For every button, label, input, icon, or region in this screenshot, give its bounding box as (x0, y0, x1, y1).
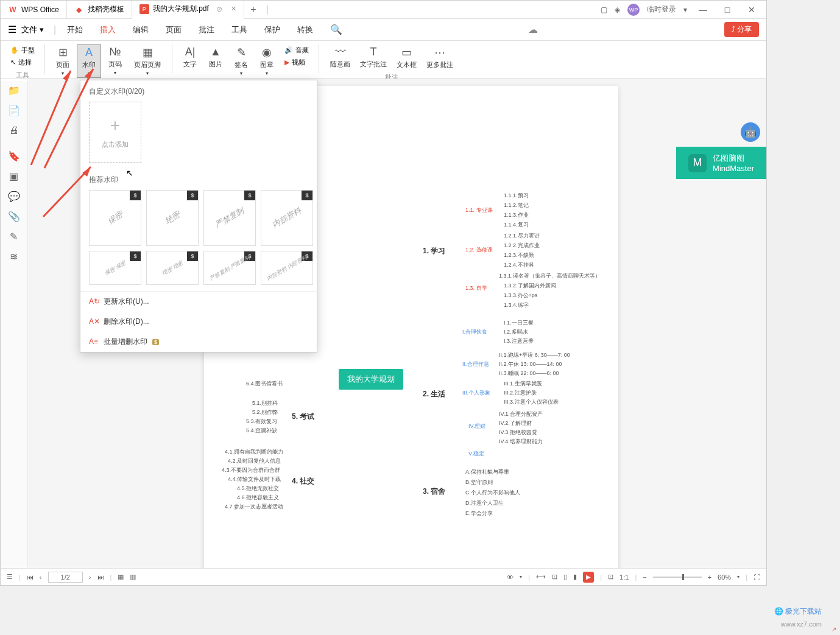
bookmark-icon[interactable]: 🔖 (8, 150, 20, 162)
tab-templates[interactable]: ◆ 找稻壳模板 (67, 1, 132, 19)
pagenum-button[interactable]: №页码▾ (104, 44, 127, 77)
select-tool[interactable]: ↖选择 (7, 57, 38, 68)
user-avatar[interactable]: WP (627, 4, 640, 16)
batch-watermark-action[interactable]: A≡批量增删水印 $ (80, 332, 317, 352)
zoom-out-button[interactable]: − (643, 574, 646, 581)
mm-leaf: I.3.注意营养 (499, 335, 538, 347)
hand-icon: ✋ (10, 46, 19, 54)
menu-page[interactable]: 页面 (160, 22, 188, 38)
text-annot-icon: T (370, 46, 377, 58)
header-footer-button[interactable]: ▦页眉页脚▾ (129, 44, 166, 77)
dropdown-icon[interactable]: ▾ (683, 5, 687, 14)
mm-leaf: 5.4.查漏补缺 (241, 425, 282, 437)
app-tab[interactable]: W WPS Office (1, 1, 67, 19)
maximize-button[interactable]: □ (719, 5, 736, 15)
premium-badge-icon: $ (130, 191, 141, 200)
stamp-icon: ◉ (262, 46, 272, 59)
image-button[interactable]: ▲图片 (204, 44, 227, 70)
thumbnail-icon[interactable]: ▣ (9, 170, 18, 182)
wps-logo-icon: W (8, 5, 18, 15)
zoom-value[interactable]: 60% (718, 574, 731, 581)
cloud-icon[interactable]: ☁ (528, 24, 538, 35)
video-button[interactable]: ▶视频 (281, 57, 312, 68)
presentation-button[interactable]: ▶ (583, 572, 594, 583)
delete-watermark-action[interactable]: A✕删除水印(D)... (80, 312, 317, 332)
audio-button[interactable]: 🔊音频 (281, 44, 312, 56)
arrow-icon: ↖ (10, 58, 16, 66)
view-split-icon[interactable]: ▥ (130, 573, 136, 581)
menu-insert[interactable]: 插入 (94, 22, 122, 38)
zoom-slider[interactable] (653, 577, 702, 578)
notebook-icon[interactable]: ▢ (601, 5, 607, 14)
close-button[interactable]: ✕ (743, 5, 760, 15)
watermark-button[interactable]: A水印▾ (77, 44, 101, 78)
delete-icon: A✕ (89, 317, 99, 327)
layers-icon[interactable]: ≋ (10, 251, 18, 262)
search-icon[interactable]: 🔍 (330, 24, 342, 35)
mm-leaf: 1.1. 专业课 (461, 205, 498, 216)
last-page-button[interactable]: ⏭ (97, 574, 104, 581)
watermark-preset[interactable]: $严禁复制 严禁复制 (203, 251, 256, 285)
watermark-preset[interactable]: $保密 (89, 190, 141, 246)
sign-button[interactable]: ✎签名▾ (230, 44, 253, 77)
prev-page-button[interactable]: ‹ (40, 574, 42, 581)
floating-assistant-button[interactable]: 🤖 (741, 122, 760, 142)
watermark-preset[interactable]: $内部资料 内部资料 (261, 251, 313, 285)
cube-icon[interactable]: ◈ (615, 5, 620, 14)
single-page-icon[interactable]: ▯ (563, 573, 567, 581)
print-icon[interactable]: 🖨 (9, 125, 19, 136)
close-tab-icon[interactable]: ✕ (231, 5, 236, 13)
pin-icon[interactable]: ⊘ (216, 5, 222, 13)
textbox-button[interactable]: ▭文本框 (392, 44, 422, 71)
more-annotate-button[interactable]: ⋯更多批注 (422, 44, 458, 71)
mm-main-4: 4. 社交 (287, 474, 319, 488)
menu-tools[interactable]: 工具 (225, 22, 253, 38)
file-icon[interactable]: 📄 (8, 105, 20, 116)
watermark-preset[interactable]: $绝密 (146, 190, 199, 246)
login-text[interactable]: 临时登录 (647, 4, 676, 15)
zoom-in-button[interactable]: + (708, 574, 711, 581)
minimize-button[interactable]: — (694, 5, 711, 15)
menu-protect[interactable]: 保护 (258, 22, 286, 38)
hand-tool[interactable]: ✋手型 (7, 44, 38, 56)
tab-document[interactable]: P 我的大学规划.pdf ⊘ ✕ (132, 1, 244, 19)
fullscreen-icon[interactable]: ⛶ (754, 574, 760, 581)
freedraw-button[interactable]: 〰随意画 (325, 44, 355, 71)
menu-annotate[interactable]: 批注 (192, 22, 221, 38)
thumbnails-icon[interactable]: ☰ (7, 573, 13, 581)
first-page-button[interactable]: ⏮ (27, 574, 34, 581)
add-watermark-button[interactable]: + 点击添加 (89, 102, 141, 163)
continuous-icon[interactable]: ▮ (573, 573, 577, 581)
attachment-icon[interactable]: 📎 (8, 211, 20, 222)
update-watermark-action[interactable]: A↻更新水印(U)... (80, 292, 317, 312)
page-input[interactable]: 1/2 (48, 572, 83, 583)
stamp-button[interactable]: ◉图章▾ (255, 44, 278, 77)
comment-icon[interactable]: 💬 (8, 191, 20, 202)
page-button[interactable]: ⊞页面▾ (51, 44, 74, 77)
share-button[interactable]: ⤴ 分享 (724, 22, 759, 37)
text-annotate-button[interactable]: T文字批注 (355, 44, 392, 71)
menu-edit[interactable]: 编辑 (127, 22, 155, 38)
view-mode-icon[interactable]: ▦ (118, 573, 124, 581)
fit-icon[interactable]: ⊡ (608, 573, 613, 581)
actual-size-icon[interactable]: 1:1 (619, 574, 629, 581)
text-icon: A| (185, 46, 196, 58)
fit-page-icon[interactable]: ⊡ (552, 573, 557, 581)
mm-leaf: 1.3. 自学 (461, 282, 492, 294)
fit-width-icon[interactable]: ⟷ (536, 573, 546, 581)
eye-icon[interactable]: 👁 (507, 574, 514, 581)
edit-icon[interactable]: ✎ (10, 231, 18, 242)
watermark-preset[interactable]: $内部资料 (261, 190, 313, 246)
next-page-button[interactable]: › (89, 574, 91, 581)
watermark-preset[interactable]: $绝密 绝密 (146, 251, 199, 285)
watermark-preset[interactable]: $保密 保密 (89, 251, 141, 285)
file-menu[interactable]: 文件 ▾ (21, 24, 44, 35)
folder-icon[interactable]: 📁 (8, 85, 20, 96)
ribbon: ✋手型 ↖选择 工具 ⊞页面▾ A水印▾ №页码▾ ▦页眉页脚▾ A|文字 ▲图… (1, 41, 766, 79)
menu-icon[interactable]: ☰ (8, 24, 16, 35)
menu-start[interactable]: 开始 (61, 22, 89, 38)
watermark-preset[interactable]: $严禁复制 (203, 190, 256, 246)
menu-convert[interactable]: 转换 (291, 22, 319, 38)
text-button[interactable]: A|文字 (178, 44, 202, 70)
add-tab-button[interactable]: + (244, 4, 263, 15)
